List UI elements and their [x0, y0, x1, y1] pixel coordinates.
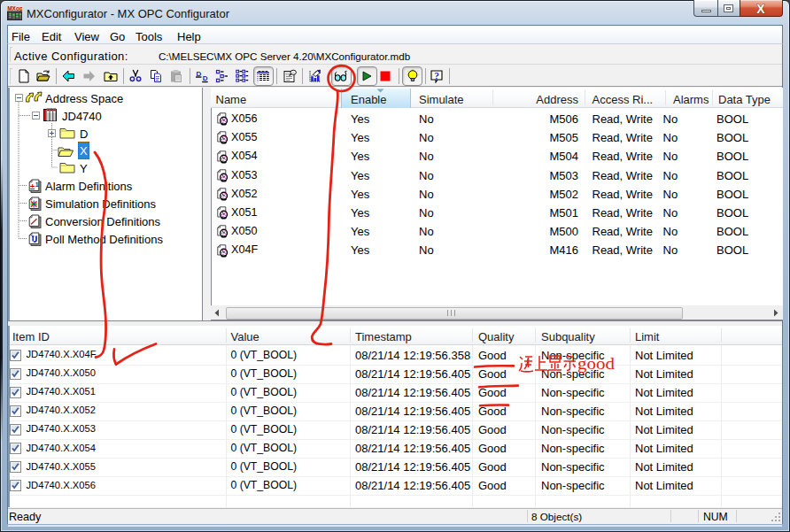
- svg-text:D: D: [202, 74, 207, 82]
- svg-text:?: ?: [434, 71, 439, 81]
- svg-text:D: D: [196, 70, 201, 78]
- svg-text:1: 1: [35, 181, 39, 188]
- svg-text:±: ±: [30, 181, 35, 191]
- svg-text:X: X: [756, 3, 765, 15]
- svg-text:MXopc: MXopc: [7, 5, 22, 12]
